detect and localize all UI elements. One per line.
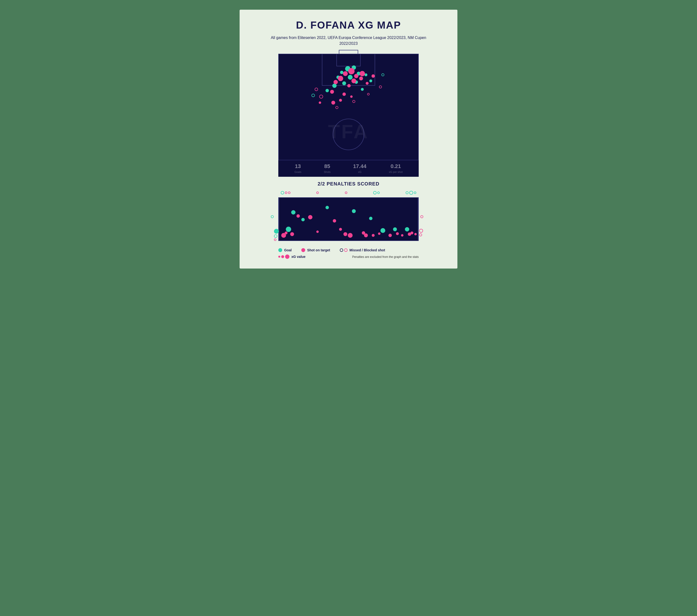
- shot-dot-on-target: [342, 92, 346, 96]
- stat-shots-value: 85: [324, 163, 330, 170]
- shot-dot-missed-teal: [311, 94, 315, 97]
- timeline-shot: [333, 219, 336, 222]
- stat-xg-per-shot: 0.21 xG per shot: [389, 163, 403, 174]
- main-container: D. FOFANA XG MAP All games from Eliteser…: [240, 10, 457, 268]
- shot-dot-on-target: [331, 101, 335, 105]
- shot-dot-on-target: [339, 99, 342, 102]
- outside-dot-left: [271, 215, 274, 218]
- shot-dot-on-target: [347, 84, 351, 87]
- timeline-shot: [411, 232, 413, 234]
- dot-group-4: [373, 191, 380, 194]
- timeline-shot: [296, 214, 300, 218]
- timeline-goal: [301, 218, 305, 221]
- shot-dot-on-target: [354, 74, 358, 78]
- shot-dot-on-target: [360, 71, 365, 76]
- timeline-dot: [373, 191, 376, 194]
- timeline-shot: [308, 215, 312, 219]
- missed-dot-pink: [344, 248, 347, 252]
- outside-dot: [274, 238, 277, 241]
- timeline-shot: [316, 231, 319, 233]
- goal-marking: [339, 50, 358, 54]
- pitch-container: TFA: [278, 54, 419, 177]
- timeline-shot: [281, 233, 286, 238]
- timeline-shot: [396, 232, 399, 235]
- timeline-dot: [345, 192, 347, 194]
- xg-dot-small: [278, 256, 280, 258]
- shot-dot-on-target: [348, 68, 355, 74]
- timeline-shot: [372, 234, 375, 237]
- timeline-dot: [377, 192, 380, 194]
- timeline-shot: [348, 233, 353, 238]
- dot-group-1: [281, 191, 291, 194]
- shot-dot-on-target: [338, 76, 343, 81]
- shot-dot-missed: [367, 93, 370, 96]
- stat-goals-label: Goals: [294, 171, 301, 173]
- legend-xg: xG value: [278, 254, 306, 259]
- stat-xg: 17.44 xG: [353, 163, 367, 174]
- outside-dots-left-group: [274, 229, 279, 241]
- timeline-dot: [414, 192, 416, 194]
- penalty-note-container: Penalties are excluded from the graph an…: [352, 254, 419, 259]
- center-circle: [333, 119, 364, 150]
- shot-legend-label: Shot on target: [307, 248, 330, 252]
- timeline-shot: [364, 233, 368, 237]
- legend-shot-on-target: Shot on target: [301, 248, 330, 252]
- goal-legend-dot: [278, 248, 282, 252]
- timeline-shot: [290, 232, 294, 236]
- dot-group-2: [316, 192, 319, 194]
- shot-dot-on-target: [359, 76, 363, 80]
- xg-dots: [278, 254, 290, 259]
- timeline-top-dots: [278, 189, 419, 196]
- subtitle-text: All games from Eliteserien 2022, UEFA Eu…: [264, 35, 433, 46]
- shot-dot-missed: [379, 86, 382, 88]
- penalties-title: 2/2 PENALTIES SCORED: [244, 181, 453, 187]
- timeline-shot: [343, 232, 347, 236]
- outside-dots-right-group: [419, 229, 423, 236]
- timeline-dot: [409, 191, 413, 195]
- shot-dot-goal: [361, 88, 364, 91]
- timeline-goal: [352, 209, 356, 213]
- timeline-shot: [339, 228, 342, 231]
- timeline-dot: [316, 192, 319, 194]
- shot-dot-on-target: [343, 71, 348, 76]
- timeline-goal: [291, 210, 296, 215]
- shot-dot-missed: [352, 100, 355, 103]
- shot-dot-on-target: [333, 80, 338, 84]
- dot-group-3: [345, 192, 347, 194]
- penalty-note: Penalties are excluded from the graph an…: [352, 255, 419, 259]
- xg-dot-medium: [281, 255, 284, 258]
- legend-goal: Goal: [278, 248, 292, 252]
- stats-bar: 13 Goals 85 Shots 17.44 xG 0.21 xG per s…: [278, 160, 419, 177]
- timeline-pitch: [278, 197, 419, 241]
- missed-dot-dark: [340, 248, 343, 252]
- shot-dot-on-target: [350, 96, 353, 98]
- outside-dot: [419, 229, 423, 233]
- shot-dot-missed: [336, 106, 338, 109]
- six-yard-box: [337, 54, 360, 67]
- timeline-shot: [378, 233, 381, 235]
- timeline-shot: [414, 233, 417, 235]
- football-pitch: TFA: [278, 54, 419, 160]
- shot-dot-goal: [342, 82, 346, 85]
- timeline-dot: [405, 191, 409, 194]
- legend-row-2: xG value Penalties are excluded from the…: [278, 254, 419, 259]
- timeline-dot: [288, 192, 291, 194]
- shot-dot-missed-teal: [382, 73, 384, 76]
- stat-xg-per-shot-label: xG per shot: [389, 171, 403, 173]
- shot-dot-on-target: [330, 90, 334, 94]
- shot-dot-missed: [315, 88, 318, 91]
- legend-container: Goal Shot on target Missed / Blocked sho…: [278, 248, 419, 259]
- outside-dot: [274, 234, 277, 238]
- outside-dot: [274, 229, 279, 234]
- stat-shots-label: Shots: [324, 171, 330, 173]
- stat-goals: 13 Goals: [294, 163, 301, 174]
- outside-dot: [419, 233, 422, 236]
- legend-row-1: Goal Shot on target Missed / Blocked sho…: [278, 248, 419, 252]
- timeline-wrapper: [278, 189, 419, 241]
- shot-dot-goal: [369, 79, 372, 82]
- timeline-shot: [401, 234, 403, 237]
- timeline-goal: [286, 226, 291, 232]
- shot-dot-on-target: [352, 78, 356, 83]
- stat-xg-label: xG: [358, 171, 361, 173]
- shot-dot-on-target: [371, 74, 375, 78]
